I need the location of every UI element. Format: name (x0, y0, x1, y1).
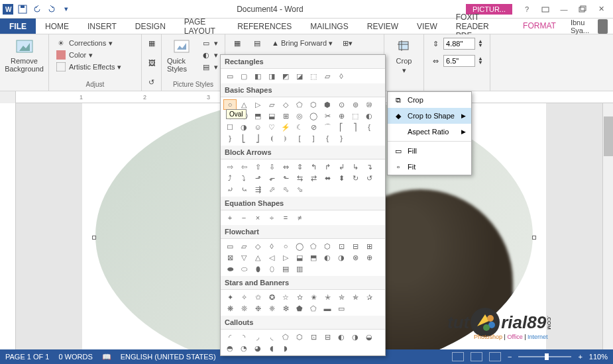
shape-option[interactable]: ⊘ (307, 122, 320, 132)
shape-option[interactable]: △ (237, 99, 251, 110)
shape-option[interactable]: ⤵ (237, 173, 251, 183)
shape-option[interactable]: + (223, 212, 237, 223)
tab-review[interactable]: REVIEW (358, 19, 408, 34)
compress-button[interactable]: ▦ (147, 37, 156, 49)
shape-option[interactable]: ◜ (223, 332, 237, 342)
shape-option[interactable]: ⑩ (362, 99, 376, 110)
shape-option[interactable]: ✬ (307, 292, 320, 302)
print-layout-button[interactable] (471, 352, 482, 361)
shape-option[interactable]: ↺ (362, 173, 376, 183)
shape-option[interactable]: ⊕ (362, 252, 376, 263)
shape-option[interactable]: ⊟ (321, 332, 334, 342)
crop-button[interactable]: Crop ▾ (390, 37, 418, 75)
crop-item-crop[interactable]: ⧉Crop (388, 92, 471, 108)
shape-option[interactable]: ✯ (349, 292, 362, 302)
shape-option[interactable]: ◩ (279, 71, 292, 81)
redo-icon[interactable] (46, 4, 57, 15)
tab-insert[interactable]: INSERT (78, 19, 126, 34)
tab-foxit[interactable]: FOXIT READER PDF (447, 19, 514, 34)
height-input[interactable] (443, 38, 475, 50)
shape-option[interactable]: ❇ (279, 303, 292, 314)
shape-option[interactable]: ▭ (335, 303, 348, 314)
shape-option[interactable]: △ (251, 252, 264, 263)
shape-option[interactable]: ⬯ (265, 263, 278, 274)
crop-item-shape[interactable]: ◆Crop to Shape▶ (388, 108, 471, 124)
shape-option[interactable]: ⎡ (335, 122, 348, 132)
zoom-slider[interactable] (518, 356, 571, 357)
shape-option[interactable]: ✭ (321, 292, 334, 302)
remove-background-button[interactable]: Remove Background (5, 37, 43, 73)
web-layout-button[interactable] (489, 352, 501, 361)
shape-option[interactable]: ⇕ (293, 161, 306, 172)
tab-page-layout[interactable]: PAGE LAYOUT (175, 19, 229, 34)
shape-option[interactable]: ⬠ (307, 303, 320, 314)
shape-option[interactable]: { (321, 133, 334, 144)
shape-option[interactable]: } (335, 133, 348, 144)
width-spinner[interactable]: ▲▼ (478, 57, 483, 66)
shape-option[interactable]: ◐ (335, 332, 348, 342)
shape-option[interactable]: ⟭ (279, 133, 292, 144)
shape-option[interactable]: ⊠ (223, 252, 237, 263)
shape-option[interactable]: ◗ (279, 343, 292, 353)
shape-option[interactable]: } (223, 133, 237, 144)
picture-effects-button[interactable]: ◐▾ (199, 49, 219, 61)
shape-option[interactable]: ⬮ (251, 263, 264, 274)
shape-option[interactable]: ○ (223, 99, 237, 110)
status-proofing-icon[interactable]: 📖 (102, 353, 111, 361)
shape-option[interactable]: ⇩ (265, 161, 278, 172)
shape-option[interactable]: ✦ (223, 292, 237, 302)
shape-option[interactable]: ] (307, 133, 320, 144)
change-picture-button[interactable]: 🖼 (147, 57, 156, 69)
shape-option[interactable]: ▱ (237, 241, 251, 251)
shape-option[interactable]: ⬑ (279, 173, 292, 183)
shape-option[interactable]: ⬀ (265, 184, 278, 195)
shape-option[interactable]: ◊ (335, 71, 348, 81)
shape-option[interactable]: ◐ (362, 111, 376, 121)
shape-option[interactable]: ⤾ (223, 184, 237, 195)
position-icon[interactable]: ▦ (232, 38, 243, 48)
shape-option[interactable]: ⎤ (349, 122, 362, 132)
shape-option[interactable]: ⬍ (335, 173, 348, 183)
help-icon[interactable]: ? (520, 3, 533, 16)
shape-option[interactable]: ◔ (237, 343, 251, 353)
shape-option[interactable]: ⬡ (307, 99, 320, 110)
shape-option[interactable]: ▭ (223, 241, 237, 251)
tab-mailings[interactable]: MAILINGS (301, 19, 357, 34)
shape-option[interactable]: ⟬ (265, 133, 278, 144)
shape-option[interactable]: ◧ (251, 71, 264, 81)
shape-option[interactable]: ↳ (349, 161, 362, 172)
shape-option[interactable]: ▷ (251, 99, 264, 110)
tab-home[interactable]: HOME (36, 19, 78, 34)
corrections-button[interactable]: ☀Corrections ▾ (54, 37, 136, 49)
shape-option[interactable]: ◕ (251, 343, 264, 353)
shape-option[interactable]: ▬ (321, 303, 334, 314)
shape-option[interactable]: ◟ (265, 332, 278, 342)
shape-option[interactable]: ⎦ (251, 133, 264, 144)
shape-option[interactable]: ⊞ (362, 241, 376, 251)
shape-option[interactable]: ◪ (293, 71, 306, 81)
qat-customize-icon[interactable]: ▾ (61, 4, 72, 15)
shape-option[interactable]: ⤴ (223, 173, 237, 183)
shape-option[interactable]: ⊚ (349, 99, 362, 110)
shape-option[interactable]: ☆ (279, 292, 292, 302)
picture-layout-button[interactable]: ▤▾ (199, 61, 219, 73)
shape-option[interactable]: ▱ (265, 99, 278, 110)
shape-option[interactable]: ◑ (237, 122, 251, 132)
shape-option[interactable]: ÷ (265, 212, 278, 223)
shape-option[interactable]: ⇨ (223, 161, 237, 172)
shape-option[interactable]: ⇶ (251, 184, 264, 195)
user-name[interactable]: Ibnu Sya... (571, 19, 594, 34)
shape-option[interactable]: ✰ (362, 292, 376, 302)
shape-option[interactable]: ◇ (251, 241, 264, 251)
minimize-icon[interactable]: — (557, 3, 571, 16)
shape-option[interactable]: ✫ (293, 292, 306, 302)
tab-references[interactable]: REFERENCES (228, 19, 301, 34)
shape-option[interactable]: ▢ (237, 71, 251, 81)
shape-option[interactable]: ⬡ (293, 332, 306, 342)
restore-icon[interactable] (576, 3, 589, 16)
crop-item-fit[interactable]: ▫Fit (388, 159, 471, 175)
align-icon[interactable]: ⊞▾ (342, 38, 353, 48)
quick-styles-button[interactable]: Quick Styles (167, 37, 195, 73)
shape-option[interactable]: ✪ (265, 292, 278, 302)
shape-option[interactable]: ⊡ (335, 241, 348, 251)
